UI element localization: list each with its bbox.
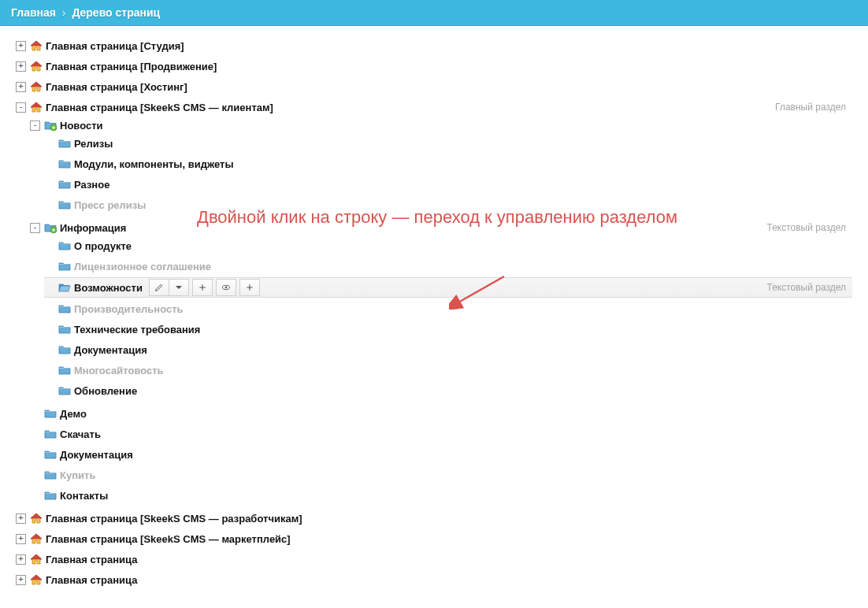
- tree-label[interactable]: Модули, компоненты, виджеты: [74, 158, 234, 170]
- tree-label[interactable]: Новости: [60, 120, 103, 132]
- folder-icon: [58, 260, 71, 272]
- tree-row[interactable]: Демо: [30, 406, 852, 421]
- expand-toggle[interactable]: +: [16, 554, 26, 565]
- folder-icon: [44, 407, 57, 420]
- tree-label[interactable]: Разное: [74, 179, 109, 191]
- tree-row[interactable]: - Информация Текстовый раздел: [30, 220, 852, 235]
- expand-toggle[interactable]: +: [16, 41, 26, 51]
- expand-toggle[interactable]: +: [16, 82, 26, 92]
- tree-label[interactable]: О продукте: [74, 240, 132, 252]
- tree-row[interactable]: + Главная страница [Студия]: [16, 38, 852, 54]
- tree-label[interactable]: Релизы: [74, 138, 113, 150]
- breadcrumb-current[interactable]: Дерево страниц: [72, 6, 160, 19]
- tree-row[interactable]: Купить: [30, 467, 852, 483]
- folder-icon: [58, 137, 71, 150]
- tree-label[interactable]: Лицензионное соглашение: [74, 261, 211, 272]
- expand-toggle[interactable]: +: [16, 61, 26, 72]
- expand-toggle[interactable]: +: [16, 534, 26, 544]
- tree-node: Контакты: [30, 485, 852, 506]
- tree-node: Обновление: [44, 380, 852, 401]
- tree-node: + Главная страница [Хостинг]: [16, 76, 852, 97]
- add-child-button[interactable]: [239, 279, 260, 296]
- home-icon: [30, 573, 43, 586]
- tree-row[interactable]: Документация: [30, 447, 852, 462]
- tree-row[interactable]: Лицензионное соглашение: [44, 258, 852, 274]
- home-icon: [30, 80, 43, 93]
- tree-row[interactable]: Многосайтовость: [44, 362, 852, 378]
- collapse-toggle[interactable]: -: [30, 223, 40, 233]
- plus-icon: [245, 283, 254, 292]
- tree-label[interactable]: Документация: [74, 344, 147, 356]
- tree-label[interactable]: Главная страница [Продвижение]: [46, 61, 217, 72]
- tree-row[interactable]: Пресс релизы: [44, 197, 852, 213]
- edit-button[interactable]: [149, 279, 169, 296]
- tree-row[interactable]: + Главная страница [SkeekS CMS — разрабо…: [16, 510, 852, 526]
- tree-label[interactable]: Главная страница [SkeekS CMS — разработч…: [46, 513, 302, 525]
- feed-icon: [44, 119, 57, 132]
- home-icon: [30, 532, 43, 545]
- tree-label[interactable]: Скачать: [60, 428, 101, 440]
- home-icon: [30, 553, 43, 565]
- expand-toggle[interactable]: +: [16, 513, 26, 524]
- view-button[interactable]: [216, 279, 236, 296]
- tree-label[interactable]: Главная страница [Студия]: [46, 40, 184, 52]
- tree-label[interactable]: Контакты: [60, 490, 108, 502]
- folder-icon: [58, 364, 71, 376]
- tree-row[interactable]: Возможности Текстовый раздел: [44, 277, 852, 298]
- caret-down-icon: [176, 286, 182, 289]
- folder-icon: [58, 178, 71, 191]
- tree-row[interactable]: Обновление: [44, 383, 852, 399]
- tree-node: Модули, компоненты, виджеты: [44, 154, 852, 174]
- tree-node: Разное: [44, 174, 852, 195]
- tree-row[interactable]: Технические требования: [44, 321, 852, 337]
- folder-open-icon: [58, 281, 71, 294]
- expand-toggle[interactable]: +: [16, 575, 26, 585]
- breadcrumb-separator: ›: [62, 6, 66, 19]
- tree-row[interactable]: + Главная страница [SkeekS CMS — маркетп…: [16, 531, 852, 547]
- tree-row[interactable]: + Главная страница [Хостинг]: [16, 79, 852, 95]
- collapse-toggle[interactable]: -: [16, 102, 26, 113]
- tree-row[interactable]: Документация: [44, 342, 852, 358]
- tree-label[interactable]: Пресс релизы: [74, 199, 146, 211]
- tree-label[interactable]: Информация: [60, 222, 126, 234]
- tree-row[interactable]: Разное: [44, 176, 852, 192]
- tree-label[interactable]: Многосайтовость: [74, 365, 164, 376]
- tree-node: - Информация Текстовый раздел О продукте…: [30, 217, 852, 403]
- tree-row[interactable]: - Новости: [30, 117, 852, 133]
- tree-label[interactable]: Главная страница: [46, 554, 137, 565]
- tree-row[interactable]: Скачать: [30, 426, 852, 442]
- tree-node: + Главная страница [SkeekS CMS — маркетп…: [16, 528, 852, 549]
- tree-label[interactable]: Возможности: [74, 282, 143, 294]
- tree-row[interactable]: + Главная страница [Продвижение]: [16, 58, 852, 74]
- tree-label[interactable]: Производительность: [74, 303, 184, 315]
- tree-row[interactable]: + Главная страница: [16, 572, 852, 588]
- tree-row[interactable]: Релизы: [44, 135, 852, 151]
- tree-row[interactable]: О продукте: [44, 238, 852, 254]
- tree-label[interactable]: Купить: [60, 469, 95, 481]
- tree-row[interactable]: Модули, компоненты, виджеты: [44, 156, 852, 172]
- tree-node: Лицензионное соглашение: [44, 256, 852, 276]
- edit-dropdown-button[interactable]: [169, 279, 189, 296]
- home-icon: [30, 512, 43, 525]
- tree-label[interactable]: Главная страница: [46, 574, 137, 586]
- tree-label[interactable]: Демо: [60, 408, 87, 420]
- row-type-label: Текстовый раздел: [766, 282, 852, 293]
- tree-label[interactable]: Главная страница [SkeekS CMS — маркетпле…: [46, 533, 291, 545]
- breadcrumb: Главная › Дерево страниц: [0, 0, 868, 26]
- add-button[interactable]: [192, 279, 213, 296]
- tree-node: О продукте: [44, 235, 852, 256]
- breadcrumb-home[interactable]: Главная: [11, 6, 56, 19]
- tree-row[interactable]: Производительность: [44, 301, 852, 317]
- tree-node: Скачать: [30, 424, 852, 444]
- tree-label[interactable]: Документация: [60, 449, 133, 461]
- tree-row[interactable]: - Главная страница [SkeekS CMS — клиента…: [16, 99, 852, 115]
- tree-label[interactable]: Обновление: [74, 385, 137, 397]
- tree-label[interactable]: Технические требования: [74, 324, 200, 336]
- folder-icon: [44, 469, 57, 481]
- tree-row[interactable]: Контакты: [30, 488, 852, 503]
- tree-label[interactable]: Главная страница [Хостинг]: [46, 81, 187, 93]
- tree-label[interactable]: Главная страница [SkeekS CMS — клиентам]: [46, 102, 273, 113]
- collapse-toggle[interactable]: -: [30, 120, 40, 131]
- tree-row[interactable]: + Главная страница: [16, 551, 852, 567]
- folder-icon: [58, 239, 71, 252]
